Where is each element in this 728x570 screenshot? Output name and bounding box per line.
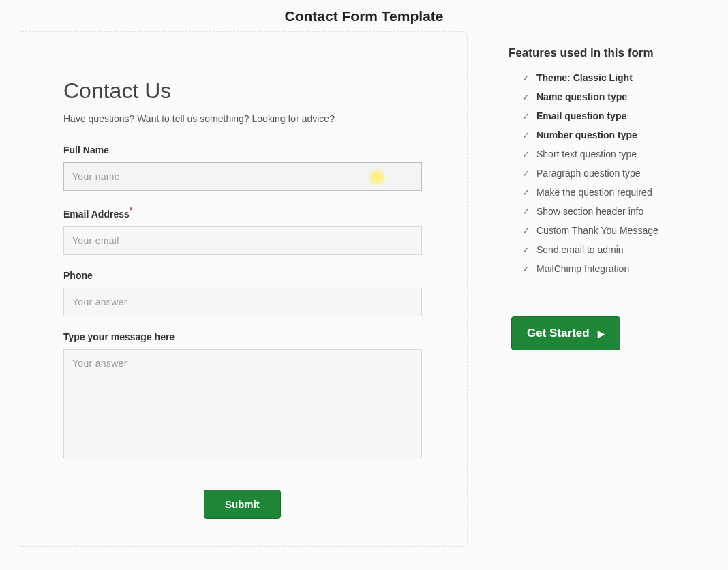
- label-email-text: Email Address: [63, 209, 130, 220]
- feature-item: ✓Name question type: [509, 91, 713, 104]
- feature-text: Number question type: [536, 130, 713, 140]
- feature-item: ✓Number question type: [509, 130, 713, 142]
- input-message[interactable]: [63, 349, 422, 458]
- check-icon: ✓: [522, 110, 530, 123]
- check-icon: ✓: [522, 244, 530, 256]
- feature-item: ✓Show section header info: [509, 206, 713, 218]
- input-phone[interactable]: [63, 288, 422, 316]
- required-asterisk: *: [130, 206, 133, 215]
- feature-text: Show section header info: [536, 206, 713, 217]
- main-layout: Contact Us Have questions? Want to tell …: [0, 31, 728, 547]
- check-icon: ✓: [522, 168, 530, 180]
- feature-text: Email question type: [536, 110, 713, 121]
- feature-text: Theme: Classic Light: [536, 72, 713, 83]
- feature-item: ✓Paragraph question type: [509, 168, 713, 180]
- check-icon: ✓: [522, 187, 530, 199]
- field-phone: Phone: [63, 270, 422, 316]
- label-full-name: Full Name: [63, 145, 422, 155]
- contact-form-card: Contact Us Have questions? Want to tell …: [18, 31, 468, 547]
- feature-text: MailChimp Integration: [536, 263, 713, 274]
- feature-item: ✓Custom Thank You Message: [509, 225, 713, 237]
- form-heading: Contact Us: [63, 78, 422, 104]
- label-message: Type your message here: [63, 331, 422, 342]
- feature-text: Name question type: [536, 91, 713, 102]
- check-icon: ✓: [522, 149, 530, 161]
- features-list: ✓Theme: Classic Light✓Name question type…: [509, 72, 713, 275]
- feature-text: Send email to admin: [536, 244, 713, 255]
- label-phone: Phone: [63, 270, 422, 281]
- sidebar-title: Features used in this form: [509, 46, 713, 60]
- check-icon: ✓: [522, 206, 530, 218]
- feature-text: Custom Thank You Message: [536, 225, 713, 236]
- check-icon: ✓: [522, 130, 530, 142]
- form-subheading: Have questions? Want to tell us somethin…: [63, 113, 422, 124]
- play-icon: ▶: [598, 329, 605, 339]
- get-started-label: Get Started: [527, 327, 590, 340]
- feature-item: ✓Send email to admin: [509, 244, 713, 256]
- feature-item: ✓Theme: Classic Light: [509, 72, 713, 85]
- field-full-name: Full Name: [63, 145, 422, 191]
- feature-item: ✓Email question type: [509, 110, 713, 123]
- feature-item: ✓MailChimp Integration: [509, 263, 713, 275]
- field-message: Type your message here: [63, 331, 422, 461]
- field-email: Email Address*: [63, 206, 422, 255]
- check-icon: ✓: [522, 263, 530, 275]
- feature-text: Short text question type: [536, 149, 713, 160]
- label-email: Email Address*: [63, 206, 422, 220]
- check-icon: ✓: [522, 91, 530, 104]
- check-icon: ✓: [522, 225, 530, 237]
- submit-button[interactable]: Submit: [204, 490, 281, 519]
- check-icon: ✓: [522, 72, 530, 85]
- sidebar: Features used in this form ✓Theme: Class…: [509, 31, 713, 350]
- feature-text: Paragraph question type: [536, 168, 713, 179]
- input-email[interactable]: [63, 226, 422, 255]
- get-started-button[interactable]: Get Started ▶: [511, 316, 620, 350]
- page-title: Contact Form Template: [0, 8, 728, 25]
- input-full-name[interactable]: [63, 162, 422, 191]
- feature-item: ✓Short text question type: [509, 149, 713, 161]
- feature-item: ✓Make the question required: [509, 187, 713, 199]
- feature-text: Make the question required: [536, 187, 713, 198]
